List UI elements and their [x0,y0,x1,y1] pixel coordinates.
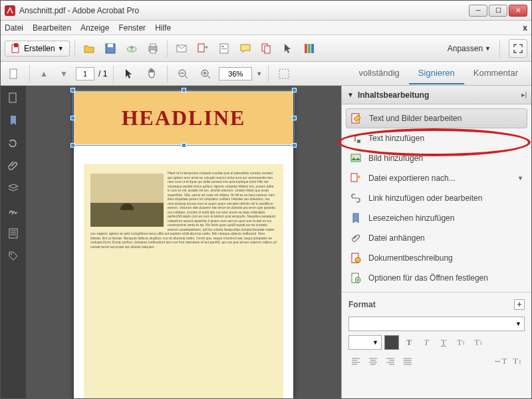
headline-block[interactable]: HEADLINE [74,91,293,144]
tool-open-options[interactable]: Optionen für das Öffnen festlegen [342,268,531,288]
zoom-in-button[interactable] [196,65,215,83]
paperclip-icon [350,232,362,244]
tab-signieren[interactable]: Signieren [409,63,464,84]
zoom-out-button[interactable] [174,65,192,83]
body-text-block[interactable]: Hient ra in temporios molupta cusdae qui… [84,164,283,398]
subscript-button[interactable]: T1 [471,335,485,350]
separator [29,65,30,82]
bold-button[interactable]: T [402,335,416,350]
fullscreen-button[interactable] [509,39,527,58]
bookmarks-icon[interactable] [7,114,20,127]
marquee-zoom-button[interactable] [275,65,293,83]
svg-rect-13 [221,49,227,49]
align-right-button[interactable] [383,354,398,368]
svg-text:T: T [352,134,358,144]
menubar-close-icon[interactable]: x [523,23,527,33]
pdf-page: HEADLINE Hient ra in temporios molupta c… [74,91,293,398]
main-toolbar: Erstellen ▼ Anpassen ▼ [1,35,531,62]
tool-add-link[interactable]: Link hinzufügen oder bearbeiten [342,188,531,208]
add-format-button[interactable]: + [514,299,525,310]
svg-rect-10 [198,44,204,52]
next-page-button[interactable]: ▼ [56,66,72,82]
tools-panel: ▸| ▼ Inhaltsbearbeitung Text und Bilder … [341,86,531,398]
svg-point-33 [11,253,12,255]
tool-add-bookmark[interactable]: Lesezeichen hinzufügen [342,208,531,228]
navigation-rail [1,86,26,398]
italic-button[interactable]: T [419,335,434,350]
create-label: Erstellen [24,44,55,53]
link-icon [350,192,362,204]
separator [499,40,500,57]
prev-page-button[interactable]: ▲ [36,66,52,82]
combine-button[interactable] [257,39,276,58]
page-total-label: / 1 [98,69,107,78]
form-button[interactable] [215,39,233,58]
svg-rect-36 [357,140,360,143]
align-left-button[interactable] [348,354,363,368]
menu-fenster[interactable]: Fenster [118,23,146,33]
tool-add-image[interactable]: Bild hinzufügen [342,148,531,168]
menu-anzeige[interactable]: Anzeige [80,23,109,33]
svg-line-26 [207,76,210,78]
separator [113,65,114,82]
tab-vollstaendig[interactable]: vollständig [349,63,408,84]
create-button[interactable]: Erstellen ▼ [5,41,70,57]
main-area: HEADLINE Hient ra in temporios molupta c… [1,86,531,398]
collapse-panel-button[interactable]: ▸| [518,88,530,100]
menu-bearbeiten[interactable]: Bearbeiten [33,23,71,33]
nav-toolbar: ▲ ▼ / 1 ▼ vollständig Signieren Kommenta… [1,62,531,86]
hand-tool-button[interactable] [142,65,161,83]
maximize-button[interactable]: ☐ [489,5,507,17]
panel-header-content-editing[interactable]: ▼ Inhaltsbearbeitung [342,86,531,104]
acrobat-window: Anschnitt.pdf - Adobe Acrobat Pro ─ ☐ ✕ … [0,0,532,399]
format-header[interactable]: Format + [348,297,525,313]
format-label: Format [348,300,376,309]
svg-rect-27 [279,69,289,78]
menubar: Datei Bearbeiten Anzeige Fenster Hilfe x [1,21,531,35]
font-family-dropdown[interactable]: ▼ [348,317,525,331]
pointer-tool-button[interactable] [120,65,138,83]
attachments-icon[interactable] [7,159,20,172]
color-button[interactable] [300,39,319,58]
close-button[interactable]: ✕ [509,5,527,17]
zoom-input[interactable] [219,67,252,80]
print-button[interactable] [144,39,162,58]
convert-button[interactable] [194,39,212,58]
customize-button[interactable]: Anpassen ▼ [444,42,495,55]
open-button[interactable] [80,39,98,58]
tool-label: Dokumentbeschreibung [368,253,453,263]
tool-attach-file[interactable]: Datei anhängen [342,228,531,248]
font-size-dropdown[interactable]: ▼ [348,335,382,350]
tab-kommentar[interactable]: Kommentar [464,63,527,84]
justify-button[interactable] [400,354,415,368]
minimize-button[interactable]: ─ [469,5,487,17]
thumbnails-icon[interactable] [7,91,20,104]
layers-icon[interactable] [7,182,20,195]
document-viewport[interactable]: HEADLINE Hient ra in temporios molupta c… [26,86,341,398]
horizontal-scale-button[interactable]: ↔T [493,354,507,368]
menu-datei[interactable]: Datei [5,23,23,33]
email-button[interactable] [172,39,191,58]
show-pages-button[interactable] [5,65,23,83]
signatures-icon[interactable] [7,204,20,217]
menu-hilfe[interactable]: Hilfe [155,23,171,33]
dropdown-icon[interactable]: ▼ [256,70,262,77]
underline-button[interactable]: T [436,335,451,350]
undo-icon[interactable] [7,136,20,150]
cloud-button[interactable] [122,39,141,58]
articles-icon[interactable] [7,227,20,240]
superscript-button[interactable]: T1 [454,335,468,350]
select-tool-button[interactable] [279,39,297,58]
tool-edit-text-images[interactable]: Text und Bilder bearbeiten [346,108,527,128]
tags-icon[interactable] [7,249,20,263]
separator [167,65,168,82]
vertical-scale-button[interactable]: T↕ [510,354,525,368]
save-button[interactable] [101,39,120,58]
tool-add-text[interactable]: T Text hinzufügen [342,128,531,148]
comment-button[interactable] [236,39,255,58]
page-number-input[interactable] [76,67,94,80]
tool-export-file[interactable]: Datei exportieren nach... ▼ [342,168,531,188]
tool-doc-description[interactable]: i Dokumentbeschreibung [342,248,531,268]
align-center-button[interactable] [366,354,380,368]
color-swatch[interactable] [384,335,399,350]
